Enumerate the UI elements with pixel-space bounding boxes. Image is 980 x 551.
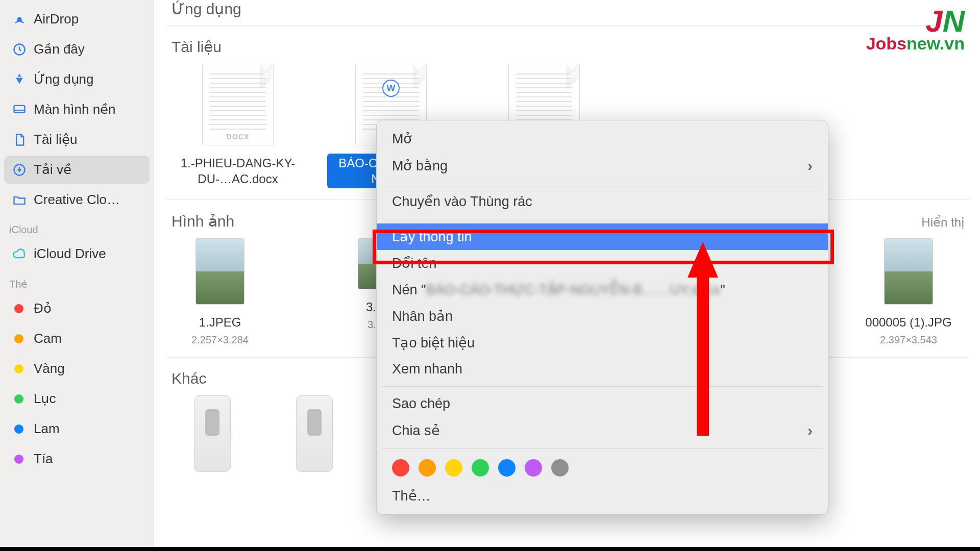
sidebar-item-downloads[interactable]: Tải về — [4, 156, 150, 184]
downloads-icon — [12, 163, 27, 177]
tag-color-purple[interactable] — [525, 459, 542, 477]
tag-color-yellow[interactable] — [445, 459, 462, 477]
sidebar-item-creative-cloud[interactable]: Creative Clo… — [4, 186, 150, 214]
menu-item-copy[interactable]: Sao chép — [377, 391, 828, 417]
menu-item-label: Tạo biệt hiệu — [392, 335, 475, 351]
image-thumbnail — [195, 238, 244, 305]
image-thumbnail — [884, 238, 933, 305]
clock-icon — [12, 42, 27, 57]
sidebar-item-label: Tài liệu — [34, 132, 77, 147]
tag-dot-icon — [14, 334, 23, 343]
show-more-link[interactable]: Hiển thị — [921, 215, 965, 230]
menu-item-label: Lấy thông tin — [392, 229, 472, 245]
file-item[interactable]: DOCX 1.-PHIEU-DANG-KY-DU-…AC.docx — [172, 64, 304, 188]
menu-item-make-alias[interactable]: Tạo biệt hiệu — [377, 330, 828, 356]
menu-item-compress[interactable]: Nén "BÁO-CÁO-THỰC-TẬP-NGUYỄN-B……UY.docx" — [377, 277, 828, 303]
sidebar-item-label: Ứng dụng — [34, 71, 94, 87]
sidebar-item-desktop[interactable]: Màn hình nền — [4, 95, 150, 123]
tag-color-blue[interactable] — [498, 459, 516, 477]
sidebar-item-label: Vàng — [34, 361, 65, 377]
airdrop-icon — [12, 12, 27, 27]
word-badge-icon: W — [382, 80, 400, 97]
file-name: 1.JPEG — [195, 313, 246, 332]
menu-item-open[interactable]: Mở — [377, 126, 828, 152]
menu-item-label: Thẻ… — [392, 488, 431, 504]
sidebar-item-icloud-drive[interactable]: iCloud Drive — [4, 240, 150, 268]
menu-item-tags[interactable]: Thẻ… — [377, 483, 828, 509]
tag-color-orange[interactable] — [419, 459, 436, 477]
section-apps-cutoff: Ứng dụng — [166, 0, 970, 26]
sidebar-item-recents[interactable]: Gần đây — [4, 35, 150, 63]
tag-dot-icon — [14, 304, 23, 313]
sidebar-item-label: Lam — [34, 421, 60, 437]
menu-separator — [382, 184, 823, 184]
menu-separator — [382, 448, 823, 449]
menu-tag-row — [377, 453, 828, 483]
chevron-right-icon: › — [807, 157, 813, 174]
sidebar-item-label: Gần đây — [34, 41, 85, 57]
sidebar-item-label: Creative Clo… — [34, 192, 120, 208]
watermark: JN Jobsnew.vn — [866, 9, 965, 54]
tag-color-gray[interactable] — [551, 459, 569, 477]
sidebar-tag-blue[interactable]: Lam — [4, 415, 150, 443]
sidebar-item-label: Màn hình nền — [34, 102, 116, 117]
sidebar-item-applications[interactable]: Ứng dụng — [4, 65, 150, 93]
sidebar-section-tags: Thẻ — [0, 269, 154, 293]
menu-item-label: Mở — [392, 131, 412, 147]
sidebar-item-label: Đỏ — [34, 300, 52, 316]
menu-item-open-with[interactable]: Mở bằng› — [377, 152, 828, 180]
file-item[interactable]: 000005 (1).JPG 2.397×3.543 — [852, 238, 965, 345]
sidebar-tag-red[interactable]: Đỏ — [4, 294, 150, 322]
file-dimensions: 2.257×3.284 — [191, 334, 249, 346]
menu-item-share[interactable]: Chia sẻ› — [377, 417, 828, 444]
sidebar-item-label: iCloud Drive — [34, 246, 106, 262]
chevron-right-icon: › — [807, 422, 813, 439]
svg-rect-2 — [14, 105, 25, 112]
sidebar-item-label: Tía — [34, 451, 53, 467]
doc-ext-badge: DOCX — [203, 133, 273, 141]
sidebar-item-label: Cam — [34, 331, 62, 346]
section-title: Khác — [172, 370, 206, 387]
menu-item-trash[interactable]: Chuyển vào Thùng rác — [377, 188, 828, 215]
menu-item-label: Chuyển vào Thùng rác — [392, 193, 532, 210]
sidebar-tag-purple[interactable]: Tía — [4, 445, 150, 473]
menu-item-label: Chia sẻ — [392, 422, 440, 439]
sidebar-item-airdrop[interactable]: AirDrop — [4, 5, 150, 33]
watermark-logo-icon: JN — [866, 9, 965, 34]
menu-item-duplicate[interactable]: Nhân bản — [377, 303, 828, 330]
tag-dot-icon — [14, 455, 23, 464]
menu-item-label: Đổi tên — [392, 255, 437, 271]
menu-item-get-info[interactable]: Lấy thông tin — [377, 223, 828, 250]
sidebar-item-label: AirDrop — [34, 11, 79, 27]
menu-item-rename[interactable]: Đổi tên — [377, 250, 828, 277]
tag-color-red[interactable] — [392, 459, 409, 477]
sidebar-tag-yellow[interactable]: Vàng — [4, 355, 150, 383]
file-name: 000005 (1).JPG — [861, 313, 955, 332]
cloud-icon — [12, 247, 27, 261]
section-title: Tài liệu — [172, 38, 222, 56]
context-menu: Mở Mở bằng› Chuyển vào Thùng rác Lấy thô… — [376, 120, 828, 515]
file-item[interactable] — [172, 395, 253, 472]
menu-separator — [382, 386, 823, 387]
sidebar-item-documents[interactable]: Tài liệu — [4, 126, 150, 154]
file-item[interactable] — [274, 395, 355, 472]
menu-item-label: Nén "BÁO-CÁO-THỰC-TẬP-NGUYỄN-B……UY.docx" — [392, 282, 725, 298]
sidebar-tag-green[interactable]: Lục — [4, 385, 150, 413]
file-item[interactable]: 1.JPEG 2.257×3.284 — [172, 238, 268, 345]
menu-separator — [382, 219, 823, 219]
sidebar-item-label: Tải về — [34, 162, 71, 178]
file-dimensions: 2.397×3.543 — [880, 334, 937, 346]
menu-item-label: Xem nhanh — [392, 361, 462, 377]
watermark-text: Jobsnew.vn — [866, 34, 965, 54]
bottom-edge — [0, 547, 980, 551]
sidebar-tag-orange[interactable]: Cam — [4, 324, 150, 353]
menu-item-quick-look[interactable]: Xem nhanh — [377, 356, 828, 382]
other-thumbnail — [296, 395, 333, 472]
apps-icon — [12, 72, 27, 87]
sidebar-section-icloud: iCloud — [0, 215, 154, 239]
menu-item-label: Sao chép — [392, 396, 450, 412]
tag-color-green[interactable] — [472, 459, 489, 477]
menu-item-label: Mở bằng — [392, 158, 448, 174]
section-header-documents: Tài liệu — [166, 26, 970, 62]
folder-icon — [12, 193, 27, 207]
